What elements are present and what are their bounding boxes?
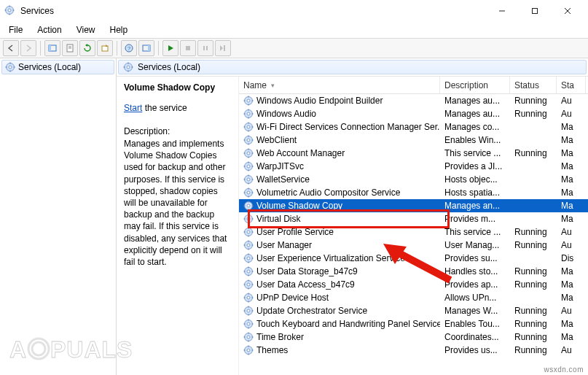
pause-service-button[interactable] — [197, 40, 213, 56]
service-row[interactable]: Volumetric Audio Compositor ServiceHosts… — [239, 186, 588, 199]
svg-rect-7 — [532, 9, 537, 14]
service-status: Running — [510, 306, 557, 316]
service-description: Provides ap... — [440, 279, 510, 290]
service-description: Enables Tou... — [440, 319, 510, 329]
refresh-button[interactable] — [79, 40, 95, 56]
service-status: Running — [510, 279, 557, 290]
service-gear-icon — [243, 96, 254, 106]
service-description: Enables Win... — [440, 135, 510, 145]
service-startup: Au — [557, 96, 586, 106]
show-hide-console-tree-button[interactable] — [44, 40, 60, 56]
service-status: Running — [510, 227, 557, 237]
service-name: WarpJITSvc — [256, 161, 304, 171]
tree-item-services-local[interactable]: Services (Local) — [1, 60, 114, 74]
service-row[interactable]: Touch Keyboard and Handwriting Panel Ser… — [239, 317, 588, 330]
restart-service-button[interactable] — [215, 40, 231, 56]
menu-bar: File Action View Help — [0, 22, 588, 38]
maximize-button[interactable] — [518, 1, 551, 21]
service-row[interactable]: Time BrokerCoordinates...RunningMa — [239, 330, 588, 344]
services-list[interactable]: Name▾ Description Status Sta Windows Aud… — [239, 77, 588, 375]
service-startup: Ma — [557, 201, 586, 211]
service-row[interactable]: Web Account ManagerThis service ...Runni… — [239, 147, 588, 160]
service-startup: Ma — [557, 188, 586, 198]
service-gear-icon — [243, 174, 254, 185]
service-row[interactable]: User Profile ServiceThis service ...Runn… — [239, 225, 588, 239]
service-description: Provides su... — [440, 253, 510, 263]
service-row[interactable]: Wi-Fi Direct Services Connection Manager… — [239, 120, 588, 134]
column-header-status[interactable]: Status — [510, 77, 557, 93]
service-gear-icon — [243, 332, 254, 342]
stop-service-button[interactable] — [180, 40, 196, 56]
service-description: Hosts objec... — [440, 174, 510, 185]
service-gear-icon — [243, 161, 254, 171]
service-row[interactable]: WalletServiceHosts objec...Ma — [239, 173, 588, 186]
service-row[interactable]: WebClientEnables Win...Ma — [239, 134, 588, 147]
menu-action[interactable]: Action — [31, 23, 67, 36]
service-row[interactable]: Windows Audio Endpoint BuilderManages au… — [239, 94, 588, 107]
minimize-button[interactable] — [485, 1, 518, 21]
service-gear-icon — [243, 319, 254, 329]
svg-rect-20 — [186, 46, 190, 50]
service-name: User Data Storage_b47c9 — [256, 266, 358, 277]
service-status: Running — [510, 332, 557, 342]
service-description: Manages au... — [440, 96, 510, 106]
service-startup: Au — [557, 240, 586, 250]
toolbar: ? — [0, 38, 588, 58]
menu-view[interactable]: View — [71, 23, 101, 36]
menu-file[interactable]: File — [3, 23, 28, 36]
service-row[interactable]: Volume Shadow CopyManages an...Ma — [239, 199, 588, 212]
service-description: Manages au... — [440, 109, 510, 119]
window-title: Services — [20, 6, 485, 16]
service-description: This service ... — [440, 148, 510, 158]
service-status: Running — [510, 109, 557, 119]
service-status: Running — [510, 266, 557, 277]
svg-rect-15 — [102, 46, 108, 51]
service-row[interactable]: WarpJITSvcProvides a JI...Ma — [239, 160, 588, 173]
service-status: Running — [510, 240, 557, 250]
service-gear-icon — [243, 345, 254, 355]
forward-button[interactable] — [20, 40, 36, 56]
service-name: Themes — [256, 345, 288, 355]
column-header-description[interactable]: Description — [440, 77, 510, 93]
service-startup: Au — [557, 109, 586, 119]
service-startup: Ma — [557, 266, 586, 277]
service-startup: Ma — [557, 174, 586, 185]
service-status: Running — [510, 148, 557, 158]
action-pane-button[interactable] — [138, 40, 154, 56]
service-name: Volume Shadow Copy — [256, 201, 342, 211]
service-startup: Ma — [557, 148, 586, 158]
service-gear-icon — [243, 240, 254, 250]
service-row[interactable]: UPnP Device HostAllows UPn...Ma — [239, 291, 588, 304]
service-gear-icon — [243, 109, 254, 119]
menu-help[interactable]: Help — [104, 23, 134, 36]
service-row[interactable]: User Data Storage_b47c9Handles sto...Run… — [239, 265, 588, 278]
back-button[interactable] — [3, 40, 19, 56]
service-row[interactable]: ThemesProvides us...RunningAu — [239, 344, 588, 357]
service-row[interactable]: User ManagerUser Manag...RunningAu — [239, 239, 588, 252]
service-startup: Ma — [557, 279, 586, 290]
svg-rect-19 — [148, 45, 150, 51]
service-row[interactable]: User Experience Virtualization ServicePr… — [239, 252, 588, 265]
console-tree: Services (Local) — [0, 58, 117, 375]
close-button[interactable] — [551, 1, 584, 21]
svg-rect-21 — [203, 46, 205, 50]
panel-header: Services (Local) — [118, 60, 587, 74]
export-list-button[interactable] — [97, 40, 113, 56]
service-status: Running — [510, 319, 557, 329]
help-button[interactable]: ? — [121, 40, 137, 56]
service-description: Allows UPn... — [440, 293, 510, 303]
column-header-startup[interactable]: Sta — [557, 77, 586, 93]
properties-button[interactable] — [62, 40, 78, 56]
service-description: This service ... — [440, 227, 510, 237]
column-header-name[interactable]: Name▾ — [239, 77, 440, 93]
service-row[interactable]: User Data Access_b47c9Provides ap...Runn… — [239, 278, 588, 291]
service-row[interactable]: Windows AudioManages au...RunningAu — [239, 107, 588, 120]
svg-rect-22 — [206, 46, 208, 50]
service-row[interactable]: Virtual DiskProvides m...Ma — [239, 212, 588, 225]
service-gear-icon — [243, 214, 254, 224]
start-service-button[interactable] — [162, 40, 179, 56]
service-name: UPnP Device Host — [256, 293, 329, 303]
svg-text:?: ? — [128, 45, 131, 52]
service-row[interactable]: Update Orchestrator ServiceManages W...R… — [239, 304, 588, 317]
start-service-link[interactable]: Start — [124, 103, 142, 113]
